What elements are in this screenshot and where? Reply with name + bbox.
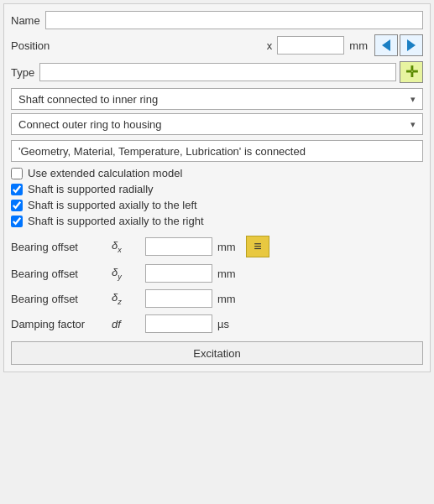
checkbox-axially-left-row: Shaft is supported axially to the left [11, 199, 423, 211]
nav-left-button[interactable] [374, 34, 398, 56]
bearing-offset-x-symbol: δx [112, 239, 145, 254]
checkbox-extended-row: Use extended calculation model [11, 167, 423, 179]
position-row: Position x 0 mm [11, 34, 423, 56]
name-row: Name Bearing [11, 11, 423, 29]
info-row: 'Geometry, Material, Temperature, Lubric… [11, 140, 423, 162]
checkbox-axially-right-row: Shaft is supported axially to the right [11, 215, 423, 227]
nav-right-button[interactable] [400, 34, 423, 56]
excitation-button[interactable]: Excitation [11, 341, 423, 365]
checkbox-radially[interactable] [11, 184, 23, 195]
chevron-down-icon-1: ▾ [410, 94, 416, 105]
checkbox-axially-left[interactable] [11, 200, 23, 211]
bearing-offset-y-row: Bearing offset δy 0 mm [11, 262, 423, 284]
arrow-right-icon [407, 39, 416, 51]
damping-symbol: df [112, 318, 145, 330]
bearing-offset-y-label: Bearing offset [11, 268, 112, 280]
bearing-offset-z-input[interactable]: 0 [145, 289, 212, 308]
type-input[interactable]: Deep groove ball bearing [39, 63, 396, 81]
arrow-left-icon [382, 39, 390, 51]
checkbox-axially-right-label[interactable]: Shaft is supported axially to the right [28, 215, 204, 227]
checkbox-radially-label[interactable]: Shaft is supported radially [28, 183, 154, 195]
checkbox-axially-right[interactable] [11, 216, 23, 227]
dropdown-outer-ring[interactable]: Connect outer ring to housing ▾ [11, 113, 423, 135]
dropdown-inner-ring[interactable]: Shaft connected to inner ring ▾ [11, 88, 423, 110]
bearing-offset-y-input[interactable]: 0 [145, 264, 212, 283]
bearing-offset-x-input[interactable]: 0 [145, 237, 212, 256]
bearing-offset-z-symbol: δz [112, 291, 145, 306]
info-text: 'Geometry, Material, Temperature, Lubric… [18, 145, 306, 158]
name-input[interactable]: Bearing [45, 11, 423, 29]
damping-input[interactable]: 0 [145, 314, 212, 333]
bearing-offset-x-label: Bearing offset [11, 241, 112, 253]
bearing-offset-z-row: Bearing offset δz 0 mm [11, 288, 423, 309]
checkbox-radially-row: Shaft is supported radially [11, 183, 423, 195]
bearing-offset-x-unit: mm [217, 241, 243, 253]
damping-unit: µs [217, 318, 243, 330]
bearing-offset-z-label: Bearing offset [11, 293, 112, 305]
plus-icon: ✛ [405, 63, 418, 81]
lines-icon: ≡ [254, 239, 261, 254]
bearing-panel: Name Bearing Position x 0 mm Type Deep g… [3, 3, 431, 372]
damping-factor-row: Damping factor df 0 µs [11, 313, 423, 335]
checkbox-axially-left-label[interactable]: Shaft is supported axially to the left [28, 199, 197, 211]
type-row: Type Deep groove ball bearing ✛ [11, 61, 423, 83]
position-unit: mm [349, 39, 368, 52]
name-label: Name [11, 14, 40, 27]
position-label: Position [11, 39, 50, 52]
bearing-offset-z-unit: mm [217, 293, 243, 305]
add-type-button[interactable]: ✛ [400, 61, 423, 83]
bearing-offset-lines-button[interactable]: ≡ [246, 236, 269, 257]
dropdown1-label: Shaft connected to inner ring [18, 93, 410, 106]
bearing-offset-y-unit: mm [217, 268, 243, 280]
position-input[interactable]: 0 [277, 36, 344, 55]
checkbox-extended[interactable] [11, 168, 23, 179]
chevron-down-icon-2: ▾ [410, 119, 416, 130]
dropdown2-label: Connect outer ring to housing [18, 118, 410, 131]
bearing-offset-y-symbol: δy [112, 266, 145, 281]
damping-label: Damping factor [11, 318, 112, 330]
checkbox-extended-label[interactable]: Use extended calculation model [28, 167, 182, 179]
type-label: Type [11, 66, 34, 79]
position-x-label: x [267, 39, 273, 52]
bearing-offset-x-row: Bearing offset δx 0 mm ≡ [11, 234, 423, 259]
